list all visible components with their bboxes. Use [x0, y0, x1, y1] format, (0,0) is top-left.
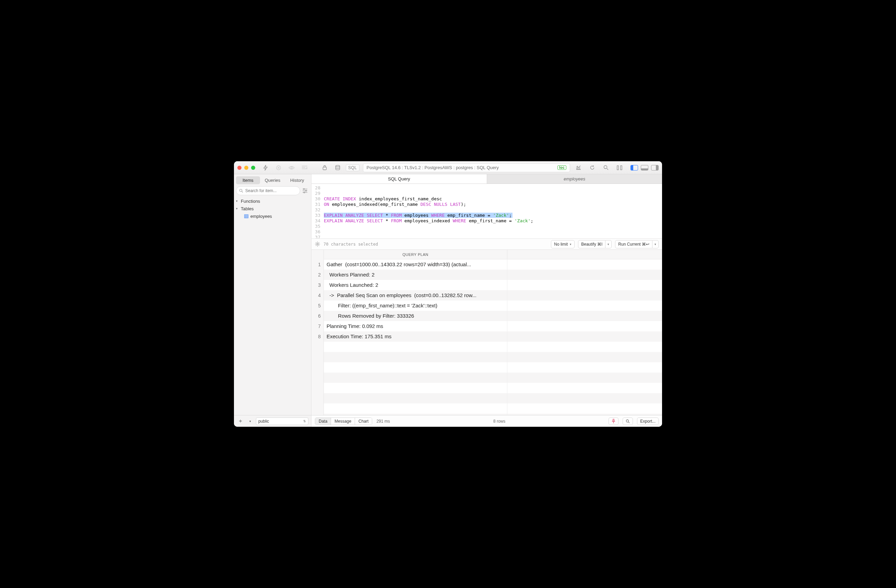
svg-point-1	[291, 167, 293, 168]
sidebar-tab-items[interactable]: Items	[236, 176, 260, 184]
run-button[interactable]: Run Current ⌘↩	[615, 240, 652, 248]
result-row[interactable]: Planning Time: 0.092 ms	[324, 321, 662, 331]
tree-label: Tables	[241, 206, 254, 211]
svg-point-9	[305, 190, 306, 191]
view-chart-button[interactable]: Chart	[355, 418, 372, 425]
svg-point-8	[303, 188, 304, 189]
sidebar-search-input[interactable]	[245, 188, 297, 193]
result-row[interactable]: Workers Planned: 2	[324, 270, 662, 280]
limit-dropdown[interactable]: No limit ▾	[551, 240, 574, 248]
cancel-icon[interactable]	[274, 164, 283, 172]
selection-status: 70 characters selected	[323, 242, 378, 247]
toggle-right-panel[interactable]	[651, 165, 658, 171]
columns-icon[interactable]	[615, 164, 624, 172]
refresh-icon[interactable]	[587, 164, 597, 172]
chevron-down-icon: ▾	[236, 199, 239, 203]
select-chevrons-icon: ⇅	[303, 420, 306, 423]
results-search-button[interactable]	[623, 417, 633, 425]
result-row[interactable]: -> Parallel Seq Scan on employees (cost=…	[324, 290, 662, 300]
tree-node-functions[interactable]: ▾ Functions	[234, 197, 311, 205]
loc-badge: loc	[558, 165, 566, 170]
breadcrumb-text: PostgreSQL 14.6 : TLSv1.2 : PostgresAWS …	[367, 165, 499, 170]
result-row[interactable]: Workers Launched: 2	[324, 280, 662, 290]
results-pane: 12345678 QUERY PLAN Gather (cost=1000.00…	[311, 250, 662, 415]
chevron-down-icon: ▾	[570, 242, 571, 246]
app-window: SQL PostgreSQL 14.6 : TLSv1.2 : Postgres…	[234, 161, 662, 427]
beautify-label: Beautify ⌘I	[581, 242, 602, 247]
result-view-segment: Data Message Chart	[315, 417, 372, 425]
chevron-down-icon: ▾	[655, 242, 656, 246]
tree-label: Functions	[241, 199, 260, 204]
tree-node-employees[interactable]: employees	[234, 212, 311, 220]
svg-point-4	[604, 166, 607, 169]
tree-node-tables[interactable]: ▾ Tables	[234, 205, 311, 212]
pin-icon	[612, 419, 616, 423]
gear-icon[interactable]	[315, 242, 320, 247]
toggle-left-panel[interactable]	[631, 165, 638, 171]
schema-tree: ▾ Functions ▾ Tables employees	[234, 197, 311, 220]
row-count: 8 rows	[493, 419, 505, 423]
svg-rect-2	[323, 167, 326, 170]
minimize-window-button[interactable]	[244, 166, 248, 170]
svg-rect-11	[245, 215, 248, 218]
sidebar-search[interactable]	[236, 186, 300, 195]
filter-settings-icon[interactable]	[302, 188, 309, 193]
result-row[interactable]: Rows Removed by Filter: 333326	[324, 311, 662, 321]
main-area: SQL Query employees 28293031323334353637…	[311, 174, 662, 415]
result-row[interactable]: Filter: ((emp_first_name)::text = 'Zack'…	[324, 300, 662, 311]
eye-icon[interactable]	[287, 164, 296, 172]
sidebar-tab-queries[interactable]: Queries	[261, 176, 285, 184]
svg-point-13	[626, 420, 629, 422]
svg-point-10	[303, 192, 305, 193]
view-message-button[interactable]: Message	[331, 418, 355, 425]
beautify-dropdown[interactable]: ▾	[605, 240, 612, 248]
bolt-icon[interactable]	[261, 164, 270, 172]
svg-point-12	[317, 243, 318, 245]
editor-toolbar: 70 characters selected No limit ▾ Beauti…	[311, 239, 662, 250]
result-row[interactable]: Execution Time: 175.351 ms	[324, 331, 662, 342]
window-controls	[238, 166, 255, 170]
search-icon	[239, 189, 243, 193]
tree-label: employees	[250, 214, 272, 219]
schema-select[interactable]: public ⇅	[256, 417, 308, 425]
editor-code[interactable]: CREATE INDEX index_employees_first_name_…	[323, 184, 662, 238]
sql-mode-badge: SQL	[346, 165, 360, 171]
schema-label: public	[258, 419, 269, 423]
lock-icon[interactable]	[320, 164, 329, 172]
chevron-down-icon: ▾	[608, 242, 609, 246]
tab-employees[interactable]: employees	[487, 174, 662, 184]
column-header-query-plan[interactable]: QUERY PLAN	[324, 250, 507, 259]
query-duration: 291 ms	[376, 419, 390, 423]
run-label: Run Current ⌘↩	[618, 242, 649, 247]
tab-sql-query[interactable]: SQL Query	[311, 174, 487, 184]
view-data-button[interactable]: Data	[315, 418, 331, 425]
toggle-bottom-panel[interactable]	[641, 165, 648, 171]
svg-point-3	[335, 165, 340, 167]
results-rows: Gather (cost=1000.00..14303.22 rows=207 …	[324, 259, 662, 415]
beautify-button[interactable]: Beautify ⌘I	[578, 240, 605, 248]
export-button[interactable]: Export...	[637, 417, 658, 425]
add-button[interactable]: ＋	[237, 417, 244, 425]
result-row[interactable]: Gather (cost=1000.00..14303.22 rows=207 …	[324, 259, 662, 270]
add-dropdown[interactable]: ▾	[246, 417, 254, 425]
close-window-button[interactable]	[238, 166, 241, 170]
content-tabs: SQL Query employees	[311, 174, 662, 184]
pin-button[interactable]	[608, 417, 619, 425]
svg-point-7	[240, 189, 242, 192]
indent-icon[interactable]	[300, 164, 309, 172]
run-dropdown[interactable]: ▾	[652, 240, 658, 248]
chart-icon[interactable]	[573, 164, 583, 172]
sidebar-tab-history[interactable]: History	[285, 176, 309, 184]
maximize-window-button[interactable]	[251, 166, 255, 170]
search-icon[interactable]	[601, 164, 611, 172]
database-icon[interactable]	[333, 164, 342, 172]
status-bar: ＋ ▾ public ⇅ Data Message Chart 291 ms 8…	[234, 415, 662, 427]
sql-editor[interactable]: 28293031323334353637 CREATE INDEX index_…	[311, 184, 662, 239]
table-icon	[244, 215, 248, 218]
limit-label: No limit	[554, 242, 568, 247]
connection-breadcrumb[interactable]: PostgreSQL 14.6 : TLSv1.2 : PostgresAWS …	[363, 163, 570, 172]
tab-label: employees	[564, 176, 585, 181]
sidebar: Items Queries History ▾ Functions	[234, 174, 311, 415]
editor-gutter: 28293031323334353637	[311, 184, 323, 238]
results-header: QUERY PLAN	[324, 250, 662, 259]
